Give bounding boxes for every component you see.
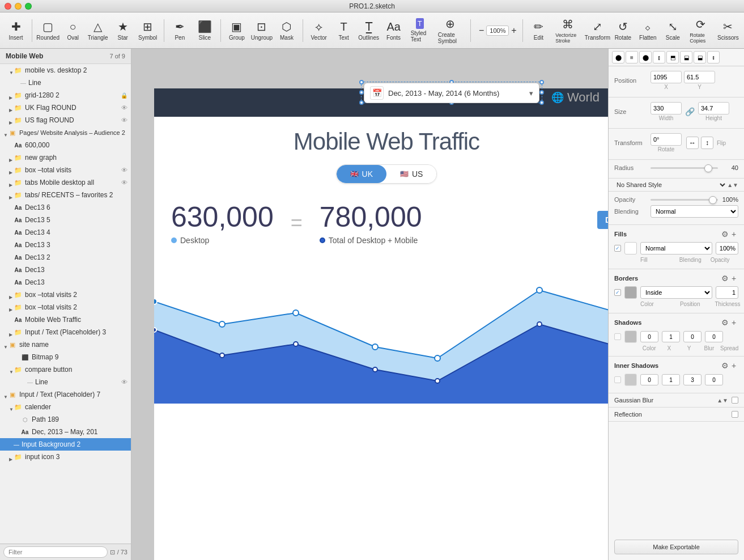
edit-tool[interactable]: ✏ Edit — [527, 16, 550, 45]
sidebar-item-bitmap-9[interactable]: ⬛ Bitmap 9 — [0, 351, 131, 363]
pen-tool[interactable]: ✒ Pen — [168, 16, 191, 45]
inner-shadows-settings-button[interactable]: ⚙ — [720, 361, 729, 370]
align-left-button[interactable]: ⬤ — [612, 51, 624, 63]
shadow-x-input[interactable] — [640, 331, 658, 342]
fill-opacity-input[interactable] — [716, 242, 738, 254]
align-top-button[interactable]: ⬒ — [666, 51, 679, 63]
country-toggle[interactable]: 🇬🇧 UK 🇺🇸 US — [336, 164, 437, 184]
align-center-button[interactable]: ≡ — [626, 51, 638, 63]
styled-text-tool[interactable]: T Styled Text — [407, 16, 432, 45]
shadow-color-swatch[interactable] — [624, 330, 637, 343]
sidebar-item-input-text-3[interactable]: 📁 Input / Text (Placeholder) 3 — [0, 326, 131, 338]
height-input[interactable] — [698, 102, 729, 114]
align-right-button[interactable]: ⬤ — [639, 51, 652, 63]
sidebar-item-dec13-3[interactable]: Aa Dec13 3 — [0, 239, 131, 251]
sidebar-item-path-189[interactable]: ⬡ Path 189 — [0, 413, 131, 426]
mask-tool[interactable]: ⬡ Mask — [275, 16, 298, 45]
create-symbol-tool[interactable]: ⊕ Create Symbol — [435, 16, 466, 45]
sidebar-item-dec13-5[interactable]: Aa Dec13 5 — [0, 214, 131, 226]
width-input[interactable] — [651, 102, 682, 114]
border-color-swatch[interactable] — [624, 286, 637, 299]
symbol-tool[interactable]: ⊞ Symbol — [137, 16, 159, 45]
shadow-blur-input[interactable] — [683, 331, 702, 342]
sidebar-item-input-bg-2[interactable]: — Input Background 2 — [0, 438, 131, 451]
d-button[interactable]: D — [597, 211, 608, 229]
sidebar-item-input-icon-3[interactable]: 📁 input icon 3 — [0, 451, 131, 463]
group-tool[interactable]: ▣ Group — [226, 16, 248, 45]
scissors-tool[interactable]: ✂ Scissors — [717, 16, 739, 45]
radius-slider[interactable] — [651, 167, 718, 169]
sidebar-item-dec13-4[interactable]: Aa Dec13 4 — [0, 226, 131, 239]
border-checkbox[interactable] — [614, 289, 621, 296]
sidebar-item-dec-may[interactable]: Aa Dec, 2013 – May, 201 — [0, 426, 131, 438]
rounded-tool[interactable]: ▢ Rounded — [37, 16, 59, 45]
sidebar-item-mobile-desktop[interactable]: 📁 mobile vs. desktop 2 — [0, 64, 131, 77]
sidebar-item-box-total-3[interactable]: 📁 box –total visits 2 — [0, 301, 131, 313]
border-thickness-input[interactable] — [716, 286, 738, 299]
rotate-input[interactable] — [651, 133, 682, 146]
sidebar-item-line-2[interactable]: — Line 👁 — [0, 376, 131, 388]
gaussian-blur-checkbox[interactable] — [732, 397, 738, 404]
distribute-h-button[interactable]: ⫿ — [653, 51, 665, 63]
fills-add-button[interactable]: + — [729, 230, 738, 239]
vector-tool[interactable]: ⟡ Vector — [308, 16, 330, 45]
inner-shadow-spread-input[interactable] — [705, 374, 723, 385]
shadow-checkbox[interactable] — [614, 333, 621, 340]
inner-shadows-add-button[interactable]: + — [729, 361, 738, 370]
make-exportable-button[interactable]: Make Exportable — [614, 540, 738, 554]
sidebar-item-line-1[interactable]: — Line — [0, 77, 131, 89]
x-input[interactable] — [651, 71, 682, 83]
inner-shadow-color-swatch[interactable] — [624, 374, 637, 386]
uk-option[interactable]: 🇬🇧 UK — [337, 165, 386, 183]
maximize-button[interactable] — [25, 3, 32, 10]
shadow-spread-input[interactable] — [705, 331, 723, 342]
scale-tool[interactable]: ⤡ Scale — [661, 16, 684, 45]
minimize-button[interactable] — [15, 3, 22, 10]
rotate-tool[interactable]: ↺ Rotate — [611, 16, 634, 45]
text-tool[interactable]: T Text — [333, 16, 355, 45]
inner-shadow-blur-input[interactable] — [683, 374, 702, 385]
inner-shadow-x-input[interactable] — [640, 374, 658, 385]
layer-page-icons[interactable]: ⊡ — [110, 549, 115, 556]
sidebar-item-dec13-a[interactable]: Aa Dec13 — [0, 264, 131, 276]
sidebar-item-new-graph[interactable]: 📁 new graph — [0, 151, 131, 164]
sidebar-item-600000[interactable]: Aa 600,000 — [0, 139, 131, 151]
transform-tool[interactable]: ⤢ Transform — [586, 16, 610, 45]
star-tool[interactable]: ★ Star — [112, 16, 134, 45]
sidebar-item-grid-1280[interactable]: 📁 grid-1280 2 🔒 — [0, 89, 131, 101]
radius-slider-thumb[interactable] — [704, 164, 712, 172]
triangle-tool[interactable]: △ Triangle — [87, 16, 109, 45]
fills-settings-button[interactable]: ⚙ — [720, 230, 729, 239]
sidebar-item-pages-analysis[interactable]: ▣ Pages/ Website Analysis – Audience 2 — [0, 126, 131, 139]
close-button[interactable] — [5, 3, 11, 10]
borders-add-button[interactable]: + — [729, 274, 738, 283]
sidebar-item-mobile-web-traffic[interactable]: Aa Mobile Web Traffic — [0, 313, 131, 326]
sidebar-item-calender[interactable]: 📁 calender — [0, 401, 131, 413]
reflection-checkbox[interactable] — [732, 411, 738, 418]
date-picker[interactable]: 📅 Dec, 2013 - May, 2014 (6 Months) ▾ — [364, 83, 539, 103]
search-input[interactable] — [3, 546, 108, 558]
sidebar-item-site-name[interactable]: ▣ site name — [0, 338, 131, 351]
vectorize-tool[interactable]: ⌘ Vectorize Stroke — [552, 16, 583, 45]
sidebar-item-compare-button[interactable]: 📁 compare button — [0, 363, 131, 376]
shadows-settings-button[interactable]: ⚙ — [720, 318, 729, 327]
fonts-tool[interactable]: Aa Fonts — [382, 16, 405, 45]
rotate-copies-tool[interactable]: ⟳ Rotate Copies — [686, 16, 715, 45]
sidebar-item-box-total-2[interactable]: 📁 box –total visits 2 — [0, 289, 131, 301]
oval-tool[interactable]: ○ Oval — [62, 16, 84, 45]
zoom-minus-button[interactable]: − — [478, 24, 485, 37]
flip-v-button[interactable]: ↕ — [701, 137, 713, 149]
y-input[interactable] — [684, 71, 715, 83]
shadow-y-input[interactable] — [662, 331, 680, 342]
sidebar-item-dec13-b[interactable]: Aa Dec13 — [0, 276, 131, 289]
fill-checkbox[interactable] — [614, 245, 621, 252]
sidebar-item-us-flag[interactable]: 📁 US flag ROUND 👁 — [0, 114, 131, 126]
fill-type-select[interactable]: Normal — [640, 242, 712, 254]
opacity-slider-thumb[interactable] — [709, 196, 717, 204]
us-option[interactable]: 🇺🇸 US — [386, 165, 436, 183]
sidebar-item-uk-flag[interactable]: 📁 UK Flag ROUND 👁 — [0, 101, 131, 114]
blending-select[interactable]: Normal — [651, 205, 738, 218]
outlines-tool[interactable]: T̲ Outlines — [358, 16, 380, 45]
align-middle-button[interactable]: ⬓ — [680, 51, 692, 63]
sidebar-item-dec13-2[interactable]: Aa Dec13 2 — [0, 251, 131, 264]
